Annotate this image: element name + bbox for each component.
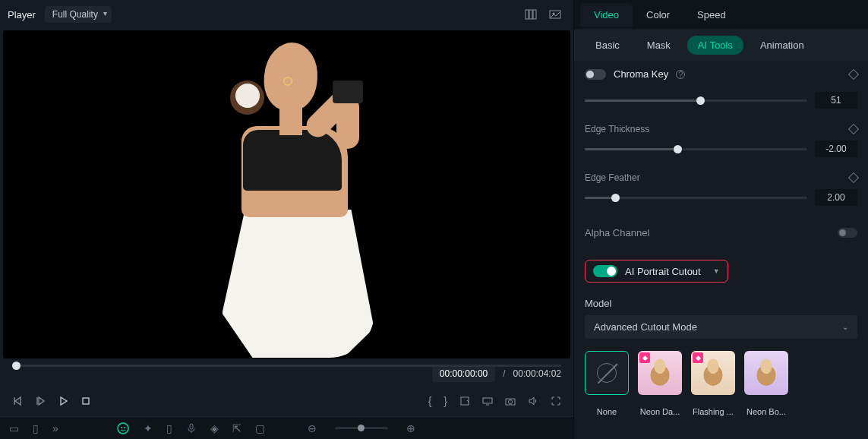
preset-label: Neon Da... [638,407,682,416]
preset-label: Neon Bo... [744,407,788,416]
svg-rect-7 [483,398,492,403]
keyframe-icon[interactable] [848,68,859,79]
svg-rect-2 [533,10,536,19]
camera-icon[interactable] [505,396,516,406]
model-selected-value: Advanced Cutout Mode [594,321,697,333]
inspector-tabs: Video Color Speed [574,0,868,29]
export-icon[interactable]: ⇱ [232,422,241,434]
portrait-cutout-preview [188,35,386,354]
slider-1-value[interactable]: 51 [815,92,857,109]
ai-portrait-toggle[interactable] [593,265,617,277]
alpha-channel-toggle[interactable] [838,228,857,238]
svg-point-12 [124,427,125,428]
snapshot-icon[interactable] [549,8,561,21]
video-preview[interactable] [3,30,570,358]
quality-select[interactable]: Full Quality [45,6,112,23]
edge-feather-value[interactable]: 2.00 [815,189,857,206]
marker-icon[interactable]: ◈ [210,422,219,434]
edge-feather-slider[interactable] [585,197,807,199]
chroma-key-toggle[interactable] [585,69,606,80]
model-select[interactable]: Advanced Cutout Mode ⌄ [585,315,857,339]
subtab-animation[interactable]: Animation [750,36,815,55]
edge-feather-label: Edge Feather [585,172,640,183]
current-time[interactable]: 00:00:00:00 [432,365,495,382]
tab-video[interactable]: Video [580,3,633,27]
mark-out-icon[interactable]: } [443,395,447,407]
ai-assistant-icon[interactable] [116,422,130,435]
edge-thickness-slider[interactable] [585,148,807,150]
info-icon[interactable]: ? [676,70,685,79]
volume-icon[interactable] [528,396,538,406]
premium-badge-icon: ◆ [693,352,703,363]
ai-portrait-cutout-section: AI Portrait Cutout ▼ [585,260,728,283]
tab-speed[interactable]: Speed [683,3,740,27]
prev-frame-icon[interactable] [12,396,23,406]
compare-icon[interactable] [525,8,537,21]
preset-none[interactable] [585,351,629,395]
zoom-out-icon[interactable]: ⊖ [308,422,317,434]
delete-icon[interactable]: ▢ [255,422,265,434]
subtab-mask[interactable]: Mask [636,36,681,55]
svg-point-10 [118,423,128,434]
layers-icon[interactable]: ▯ [33,422,39,434]
preset-neon-dance[interactable]: ◆ [638,351,682,395]
ai-portrait-label: AI Portrait Cutout [625,266,701,277]
display-icon[interactable] [482,396,493,406]
svg-point-9 [509,400,513,404]
svg-point-11 [121,427,122,428]
total-time: 00:00:04:02 [513,368,561,379]
chroma-key-label: Chroma Key [614,68,668,80]
player-label: Player [8,9,36,21]
preset-label: None [585,407,629,416]
crop-icon[interactable] [459,396,470,406]
effects-icon[interactable]: ✦ [144,422,153,434]
chevron-down-icon: ⌄ [842,323,848,331]
svg-rect-0 [526,10,529,19]
tab-color[interactable]: Color [633,3,683,27]
playback-scrubber[interactable] [12,365,561,367]
slider-1[interactable] [585,99,807,102]
stop-icon[interactable] [80,396,91,406]
preset-neon-border[interactable] [744,351,788,395]
time-separator: / [503,368,505,379]
zoom-in-icon[interactable]: ⊕ [406,422,415,434]
svg-rect-1 [529,10,532,19]
timeline-icon[interactable]: ▭ [9,422,19,434]
preset-label: Flashing ... [691,407,735,416]
step-back-icon[interactable] [35,396,46,406]
mic-icon[interactable] [186,423,197,434]
chevron-down-icon[interactable]: ▼ [713,267,720,275]
more-icon[interactable]: » [52,422,58,434]
subtab-ai-tools[interactable]: AI Tools [687,36,743,55]
preset-flashing[interactable]: ◆ [691,351,735,395]
alpha-channel-label: Alpha Channel [585,227,649,238]
edge-thickness-value[interactable]: -2.00 [815,141,857,157]
zoom-slider[interactable] [335,427,388,429]
premium-badge-icon: ◆ [639,352,650,363]
play-icon[interactable] [58,396,68,406]
keyframe-icon[interactable] [848,124,859,134]
fullscreen-icon[interactable] [551,396,561,406]
video-subtabs: Basic Mask AI Tools Animation [574,29,868,61]
svg-rect-13 [190,424,193,429]
model-label: Model [585,290,857,315]
subtab-basic[interactable]: Basic [585,36,630,55]
mark-in-icon[interactable]: { [428,395,432,407]
svg-rect-5 [83,398,89,404]
clip-icon[interactable]: ▯ [166,422,172,434]
edge-thickness-label: Edge Thickness [585,124,649,134]
keyframe-icon[interactable] [848,172,859,183]
